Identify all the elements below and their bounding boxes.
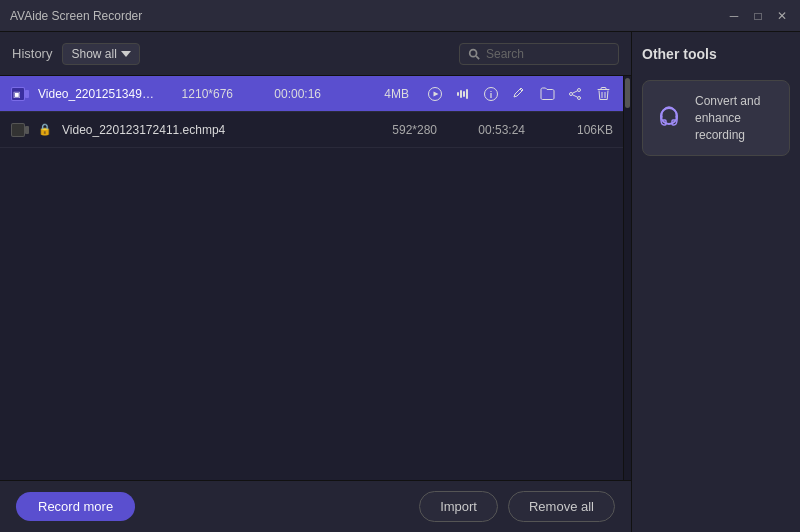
- svg-point-16: [578, 96, 581, 99]
- file-meta: 592*280 00:53:24 106KB: [367, 123, 613, 137]
- scrollbar-thumb[interactable]: [625, 78, 630, 108]
- svg-rect-20: [601, 87, 606, 89]
- edit-button[interactable]: [509, 84, 529, 104]
- file-size: 106KB: [543, 123, 613, 137]
- right-panel: Other tools Convert and enhance recordin…: [632, 32, 800, 532]
- folder-button[interactable]: [537, 84, 557, 104]
- remove-all-button[interactable]: Remove all: [508, 491, 615, 522]
- headphones-icon: [653, 102, 685, 134]
- waveform-button[interactable]: [453, 84, 473, 104]
- left-panel: History Show all: [0, 32, 632, 532]
- file-size: 4MB: [339, 87, 409, 101]
- svg-point-15: [570, 92, 573, 95]
- file-resolution: 1210*676: [163, 87, 233, 101]
- file-duration: 00:00:16: [251, 87, 321, 101]
- file-duration: 00:53:24: [455, 123, 525, 137]
- svg-line-18: [572, 94, 577, 97]
- convert-enhance-label: Convert and enhance recording: [695, 93, 779, 143]
- history-label: History: [12, 46, 52, 61]
- title-bar: AVAide Screen Recorder ─ □ ✕: [0, 0, 800, 32]
- import-button[interactable]: Import: [419, 491, 498, 522]
- maximize-button[interactable]: □: [750, 8, 766, 24]
- close-button[interactable]: ✕: [774, 8, 790, 24]
- play-button[interactable]: [425, 84, 445, 104]
- bottom-bar: Record more Import Remove all: [0, 480, 631, 532]
- svg-marker-7: [434, 91, 439, 96]
- minimize-button[interactable]: ─: [726, 8, 742, 24]
- svg-text:▣: ▣: [13, 90, 21, 99]
- svg-rect-25: [25, 126, 29, 134]
- svg-point-14: [578, 88, 581, 91]
- other-tools-title: Other tools: [642, 46, 790, 62]
- search-bar: [459, 43, 619, 65]
- main-layout: History Show all: [0, 32, 800, 532]
- svg-point-0: [470, 49, 477, 56]
- search-icon: [468, 48, 480, 60]
- convert-enhance-card[interactable]: Convert and enhance recording: [642, 80, 790, 156]
- video-file-icon: ▣: [10, 86, 30, 102]
- filter-value: Show all: [71, 47, 116, 61]
- info-button[interactable]: i: [481, 84, 501, 104]
- search-input[interactable]: [486, 47, 610, 61]
- svg-rect-11: [466, 89, 468, 99]
- table-row[interactable]: 🔒 Video_220123172411.echmp4 592*280 00:5…: [0, 112, 623, 148]
- table-row[interactable]: ▣ Video_220125134928.mp4 1210*676 00:00:…: [0, 76, 623, 112]
- file-meta: 1210*676 00:00:16 4MB: [163, 87, 409, 101]
- svg-rect-9: [460, 90, 462, 98]
- file-resolution: 592*280: [367, 123, 437, 137]
- app-title: AVAide Screen Recorder: [10, 9, 726, 23]
- svg-text:i: i: [490, 89, 493, 99]
- svg-rect-24: [12, 124, 24, 136]
- share-button[interactable]: [565, 84, 585, 104]
- file-name: Video_220123172411.echmp4: [62, 123, 359, 137]
- scrollbar[interactable]: [623, 76, 631, 480]
- lock-icon: 🔒: [38, 123, 52, 136]
- window-controls: ─ □ ✕: [726, 8, 790, 24]
- svg-rect-5: [25, 90, 29, 98]
- video-file-icon: [10, 122, 30, 138]
- svg-rect-10: [463, 91, 465, 97]
- file-list: ▣ Video_220125134928.mp4 1210*676 00:00:…: [0, 76, 623, 480]
- delete-button[interactable]: [593, 84, 613, 104]
- toolbar: History Show all: [0, 32, 631, 76]
- file-name: Video_220125134928.mp4: [38, 87, 155, 101]
- svg-line-17: [572, 90, 577, 93]
- record-more-button[interactable]: Record more: [16, 492, 135, 521]
- filter-dropdown[interactable]: Show all: [62, 43, 139, 65]
- svg-rect-8: [457, 92, 459, 96]
- file-actions: i: [425, 84, 613, 104]
- svg-line-1: [476, 56, 479, 59]
